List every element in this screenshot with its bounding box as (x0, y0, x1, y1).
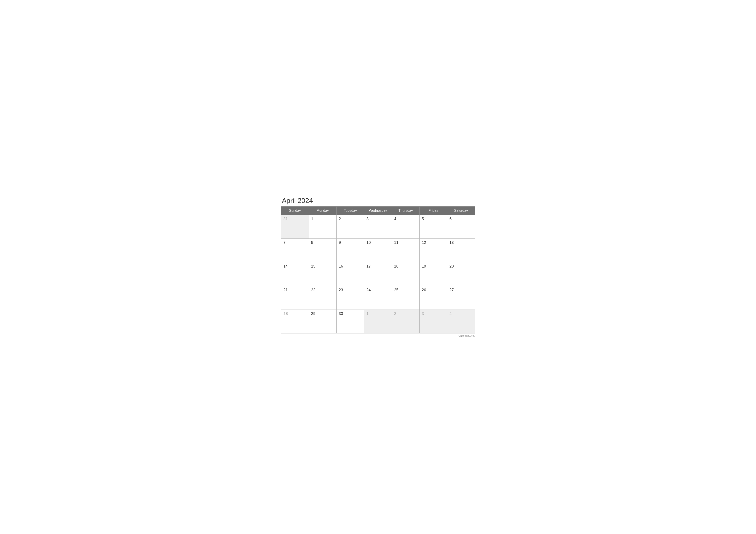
day-number: 24 (366, 288, 371, 292)
header-cell-tuesday: Tuesday (337, 207, 364, 215)
calendar-day-cell[interactable]: 6 (447, 215, 475, 239)
calendar-day-cell[interactable]: 3 (419, 310, 447, 333)
header-cell-sunday: Sunday (281, 207, 309, 215)
day-number: 22 (311, 288, 315, 292)
day-number: 25 (394, 288, 398, 292)
day-number: 4 (449, 312, 452, 316)
watermark: iCalendars.net (281, 334, 475, 337)
day-number: 26 (422, 288, 426, 292)
calendar-day-cell[interactable]: 27 (447, 286, 475, 310)
calendar-day-cell[interactable]: 23 (337, 286, 364, 310)
calendar-day-cell[interactable]: 15 (309, 262, 337, 286)
calendar-day-cell[interactable]: 5 (419, 215, 447, 239)
day-number: 6 (449, 217, 452, 221)
day-number: 16 (339, 264, 343, 268)
calendar-day-cell[interactable]: 16 (337, 262, 364, 286)
calendar-day-cell[interactable]: 20 (447, 262, 475, 286)
calendar-day-cell[interactable]: 24 (364, 286, 392, 310)
day-number: 28 (284, 312, 288, 316)
day-number: 12 (422, 241, 426, 245)
calendar-day-cell[interactable]: 10 (364, 239, 392, 262)
day-number: 5 (422, 217, 424, 221)
calendar-day-cell[interactable]: 29 (309, 310, 337, 333)
calendar-day-cell[interactable]: 2 (337, 215, 364, 239)
calendar-day-cell[interactable]: 4 (447, 310, 475, 333)
day-number: 23 (339, 288, 343, 292)
day-number: 2 (394, 312, 396, 316)
day-number: 11 (394, 241, 398, 245)
day-number: 1 (366, 312, 368, 316)
day-number: 9 (339, 241, 341, 245)
header-row: SundayMondayTuesdayWednesdayThursdayFrid… (281, 207, 475, 215)
day-number: 17 (366, 264, 371, 268)
calendar-day-cell[interactable]: 9 (337, 239, 364, 262)
day-number: 29 (311, 312, 315, 316)
header-cell-friday: Friday (419, 207, 447, 215)
header-cell-wednesday: Wednesday (364, 207, 392, 215)
day-number: 21 (284, 288, 288, 292)
calendar-day-cell[interactable]: 28 (281, 310, 309, 333)
calendar-day-cell[interactable]: 18 (392, 262, 419, 286)
calendar-day-cell[interactable]: 26 (419, 286, 447, 310)
header-cell-saturday: Saturday (447, 207, 475, 215)
calendar-day-cell[interactable]: 2 (392, 310, 419, 333)
day-number: 8 (311, 241, 313, 245)
week-row-3: 14151617181920 (281, 262, 475, 286)
day-number: 2 (339, 217, 341, 221)
calendar-day-cell[interactable]: 1 (364, 310, 392, 333)
calendar-day-cell[interactable]: 30 (337, 310, 364, 333)
calendar-table: SundayMondayTuesdayWednesdayThursdayFrid… (281, 206, 475, 333)
day-number: 19 (422, 264, 426, 268)
day-number: 4 (394, 217, 396, 221)
calendar-day-cell[interactable]: 22 (309, 286, 337, 310)
calendar-day-cell[interactable]: 8 (309, 239, 337, 262)
calendar-day-cell[interactable]: 25 (392, 286, 419, 310)
calendar-container: April 2024 SundayMondayTuesdayWednesdayT… (281, 197, 475, 337)
day-number: 15 (311, 264, 315, 268)
calendar-day-cell[interactable]: 19 (419, 262, 447, 286)
day-number: 7 (284, 241, 285, 245)
week-row-1: 31123456 (281, 215, 475, 239)
day-number: 10 (366, 241, 371, 245)
calendar-day-cell[interactable]: 14 (281, 262, 309, 286)
calendar-day-cell[interactable]: 31 (281, 215, 309, 239)
calendar-day-cell[interactable]: 3 (364, 215, 392, 239)
week-row-5: 2829301234 (281, 310, 475, 333)
calendar-day-cell[interactable]: 1 (309, 215, 337, 239)
day-number: 20 (449, 264, 454, 268)
calendar-day-cell[interactable]: 12 (419, 239, 447, 262)
calendar-day-cell[interactable]: 4 (392, 215, 419, 239)
day-number: 27 (449, 288, 454, 292)
day-number: 1 (311, 217, 313, 221)
calendar-day-cell[interactable]: 7 (281, 239, 309, 262)
day-number: 3 (422, 312, 424, 316)
day-number: 18 (394, 264, 398, 268)
day-number: 30 (339, 312, 343, 316)
header-cell-thursday: Thursday (392, 207, 419, 215)
calendar-day-cell[interactable]: 17 (364, 262, 392, 286)
calendar-day-cell[interactable]: 13 (447, 239, 475, 262)
day-number: 13 (449, 241, 454, 245)
week-row-4: 21222324252627 (281, 286, 475, 310)
day-number: 14 (284, 264, 288, 268)
week-row-2: 78910111213 (281, 239, 475, 262)
calendar-day-cell[interactable]: 11 (392, 239, 419, 262)
calendar-title: April 2024 (281, 197, 475, 205)
header-cell-monday: Monday (309, 207, 337, 215)
day-number: 3 (366, 217, 368, 221)
calendar-day-cell[interactable]: 21 (281, 286, 309, 310)
day-number: 31 (284, 217, 288, 221)
